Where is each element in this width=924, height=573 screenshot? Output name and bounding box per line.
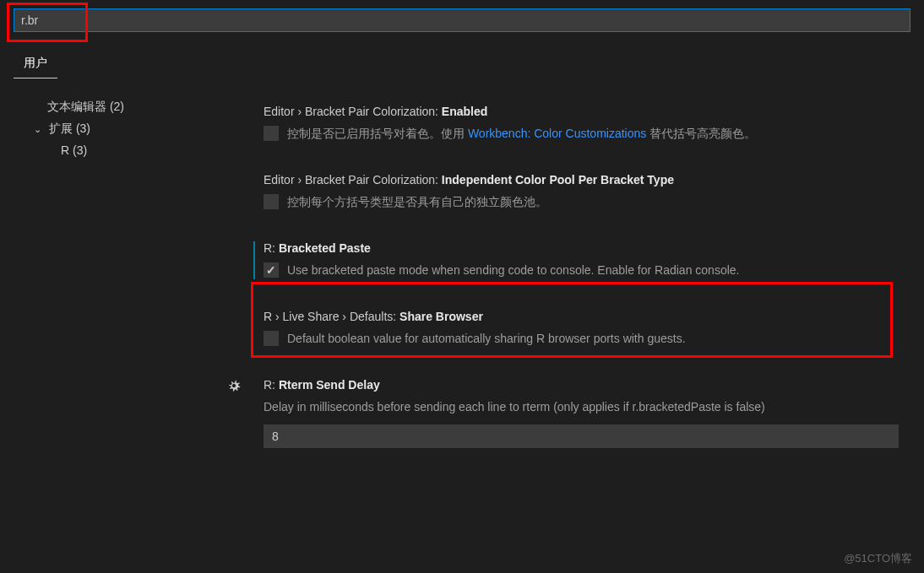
setting-rterm-send-delay: R: Rterm Send Delay Delay in millisecond… bbox=[253, 378, 899, 448]
checkbox-share-browser[interactable] bbox=[264, 331, 279, 346]
checkbox-bracketed-paste[interactable] bbox=[264, 262, 279, 278]
setting-breadcrumb: R › Live Share › Defaults: bbox=[264, 310, 399, 323]
settings-search-input[interactable] bbox=[14, 8, 910, 32]
link-workbench-color[interactable]: Workbench: Color Customizations bbox=[468, 127, 646, 140]
setting-name: Independent Color Pool Per Bracket Type bbox=[442, 173, 674, 186]
setting-breadcrumb: Editor › Bracket Pair Colorization: bbox=[264, 105, 442, 118]
setting-bracketed-paste: R: Bracketed Paste Use bracketed paste m… bbox=[253, 241, 899, 279]
setting-description: Default boolean value for automatically … bbox=[287, 330, 686, 348]
sidebar-item-r[interactable]: R (3) bbox=[14, 140, 215, 160]
setting-name: Share Browser bbox=[399, 310, 483, 323]
setting-breadcrumb: R: bbox=[264, 378, 279, 392]
watermark: @51CTO博客 bbox=[844, 551, 912, 566]
settings-sidebar: 文本编辑器 (2) ⌄ 扩展 (3) R (3) bbox=[0, 79, 228, 568]
setting-name: Rterm Send Delay bbox=[279, 378, 380, 392]
input-rterm-delay[interactable] bbox=[264, 424, 899, 448]
setting-breadcrumb: R: bbox=[264, 241, 279, 255]
gear-icon[interactable] bbox=[228, 378, 242, 393]
setting-description: Delay in milliseconds before sending eac… bbox=[264, 398, 899, 416]
checkbox-independent-pool[interactable] bbox=[264, 194, 279, 209]
settings-main: Editor › Bracket Pair Colorization: Enab… bbox=[228, 79, 924, 568]
tab-user[interactable]: 用户 bbox=[14, 49, 57, 78]
setting-name: Enabled bbox=[442, 105, 487, 118]
setting-description: 控制是否已启用括号对着色。使用 Workbench: Color Customi… bbox=[287, 125, 756, 143]
setting-breadcrumb: Editor › Bracket Pair Colorization: bbox=[264, 173, 442, 186]
settings-tabs: 用户 bbox=[0, 32, 924, 79]
checkbox-bracket-pair[interactable] bbox=[264, 126, 279, 141]
setting-name: Bracketed Paste bbox=[279, 241, 371, 255]
chevron-down-icon: ⌄ bbox=[34, 124, 46, 135]
setting-share-browser: R › Live Share › Defaults: Share Browser… bbox=[253, 310, 899, 348]
setting-independent-color-pool: Editor › Bracket Pair Colorization: Inde… bbox=[253, 173, 899, 211]
setting-description: 控制每个方括号类型是否具有自己的独立颜色池。 bbox=[287, 193, 547, 211]
sidebar-item-text-editor[interactable]: 文本编辑器 (2) bbox=[14, 96, 215, 118]
sidebar-item-extensions[interactable]: ⌄ 扩展 (3) bbox=[14, 118, 215, 140]
setting-bracket-pair-enabled: Editor › Bracket Pair Colorization: Enab… bbox=[253, 105, 899, 143]
setting-description: Use bracketed paste mode when sending co… bbox=[287, 262, 739, 279]
sidebar-extensions-label: 扩展 (3) bbox=[49, 122, 90, 137]
